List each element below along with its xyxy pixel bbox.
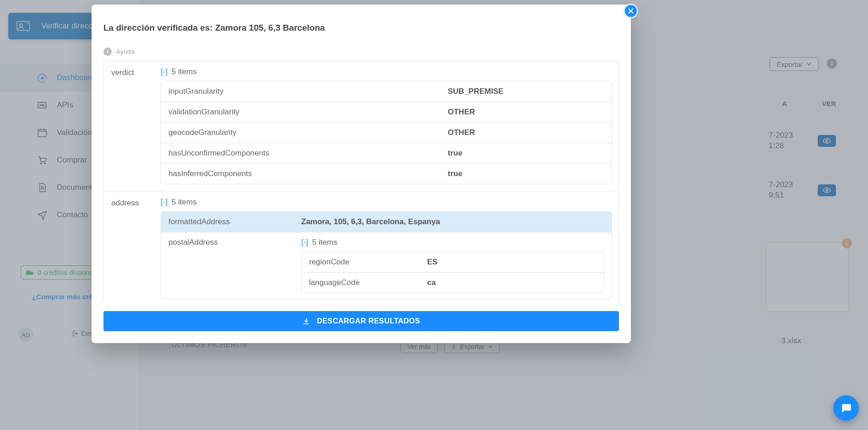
download-icon bbox=[302, 317, 310, 325]
prop-value: Zamora, 105, 6,3, Barcelona, Espanya bbox=[294, 212, 612, 232]
section-key: verdict bbox=[104, 61, 154, 191]
close-button[interactable] bbox=[624, 4, 638, 18]
chat-fab[interactable] bbox=[833, 395, 859, 421]
postal-address-table: regionCodeES languageCodeca bbox=[301, 252, 604, 293]
items-count: 5 items bbox=[312, 238, 337, 247]
section-key: address bbox=[104, 191, 154, 302]
prop-key: hasUnconfirmedComponents bbox=[161, 143, 440, 163]
prop-key: regionCode bbox=[302, 252, 420, 272]
prop-key: inputGranularity bbox=[161, 81, 440, 102]
verdict-table: inputGranularitySUB_PREMISE validationGr… bbox=[161, 81, 612, 184]
modal-title: La dirección verificada es: Zamora 105, … bbox=[92, 5, 631, 38]
prop-value: ES bbox=[420, 252, 604, 272]
prop-key: languageCode bbox=[302, 272, 420, 293]
result-tree: verdict [-] 5 items inputGranularitySUB_… bbox=[103, 60, 619, 302]
chat-icon bbox=[840, 402, 852, 414]
prop-key: validationGranularity bbox=[161, 102, 440, 122]
help-label: Ayuda bbox=[116, 48, 134, 55]
address-table: formattedAddress Zamora, 105, 6,3, Barce… bbox=[161, 211, 612, 299]
prop-value: ca bbox=[420, 272, 604, 293]
prop-key: formattedAddress bbox=[161, 212, 294, 232]
download-label: DESCARGAR RESULTADOS bbox=[317, 317, 420, 325]
prop-value: OTHER bbox=[440, 102, 612, 122]
close-icon bbox=[628, 8, 634, 14]
download-results-button[interactable]: DESCARGAR RESULTADOS bbox=[103, 311, 619, 331]
prop-key: hasInferredComponents bbox=[161, 163, 440, 184]
collapse-toggle[interactable]: [-] bbox=[301, 238, 310, 247]
prop-key: postalAddress bbox=[161, 232, 294, 299]
prop-key: geocodeGranularity bbox=[161, 122, 440, 143]
prop-value: true bbox=[440, 143, 612, 163]
collapse-toggle[interactable]: [-] bbox=[161, 67, 169, 76]
info-icon: i bbox=[103, 48, 112, 56]
help-link[interactable]: i Ayuda bbox=[92, 38, 631, 60]
verification-result-modal: La dirección verificada es: Zamora 105, … bbox=[92, 5, 631, 343]
result-scroll-area[interactable]: verdict [-] 5 items inputGranularitySUB_… bbox=[92, 60, 631, 302]
prop-value: OTHER bbox=[440, 122, 612, 143]
items-count: 5 items bbox=[172, 67, 197, 76]
items-count: 5 items bbox=[172, 198, 197, 206]
prop-value: SUB_PREMISE bbox=[440, 81, 612, 102]
collapse-toggle[interactable]: [-] bbox=[161, 198, 169, 206]
prop-value: true bbox=[440, 163, 612, 184]
modal-overlay[interactable]: La dirección verificada es: Zamora 105, … bbox=[0, 0, 868, 430]
